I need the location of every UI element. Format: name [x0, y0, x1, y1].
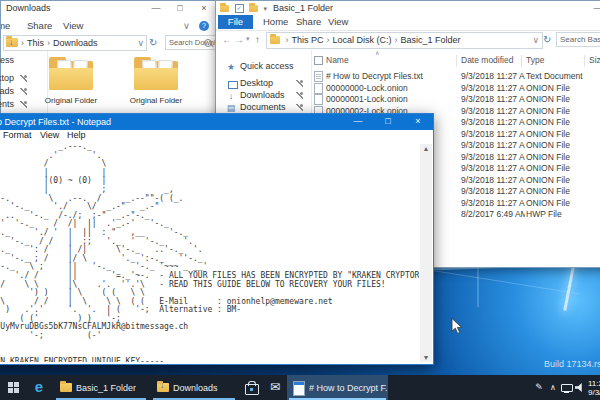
breadcrumb-this[interactable]: This [27, 38, 44, 48]
expand-ribbon-icon[interactable]: ∨ [183, 20, 190, 31]
window-title: Basic_1 Folder [273, 3, 333, 13]
tab-home[interactable]: Home [263, 16, 288, 27]
sidebar-label: Quick access [0, 55, 14, 65]
windows-logo-icon [8, 382, 13, 387]
breadcrumb-downloads[interactable]: Downloads [53, 38, 98, 48]
folder-label[interactable]: Original Folder [41, 96, 101, 105]
sidebar-label: Downloads [0, 86, 14, 96]
refresh-icon[interactable]: ↻ [543, 34, 551, 45]
tab-share[interactable]: Share [27, 20, 52, 31]
start-button[interactable] [0, 375, 24, 400]
title-bar[interactable]: How to Decrypt Files.txt - Notepad — □ × [0, 114, 433, 130]
tab-view[interactable]: View [328, 16, 348, 27]
tab-home[interactable]: Home [1, 20, 10, 31]
select-all-checkbox[interactable] [314, 56, 323, 65]
volume-tray-button[interactable] [575, 375, 587, 400]
folder-icon [270, 36, 280, 44]
downloads-icon: ↓ [226, 91, 236, 101]
column-date-modified[interactable]: Date modified [461, 55, 513, 65]
build-watermark: Build 17134.rs4_re [544, 359, 600, 369]
folder-front [134, 68, 178, 90]
refresh-icon[interactable]: ↻ [149, 37, 157, 48]
sidebar-item-quick-access[interactable]: Quick access [1, 55, 47, 67]
forward-icon[interactable]: → [234, 34, 244, 45]
menu-view[interactable]: View [40, 130, 59, 140]
scroll-down-icon[interactable]: ▼ [420, 354, 432, 361]
breadcrumb-separator: › [18, 38, 27, 48]
file-row[interactable]: 00000000-Lock.onion9/3/2018 11:27 AMONIO… [313, 83, 600, 94]
up-icon[interactable]: ↑ [255, 34, 260, 45]
minimize-button[interactable]: — [343, 114, 373, 130]
ransom-note-text[interactable]: _.---._ .' '. / \ | | |(0) ~ (0) | _ | ;… [0, 143, 419, 362]
tab-view[interactable]: View [63, 20, 83, 31]
back-icon[interactable]: ← [222, 34, 232, 45]
help-icon[interactable]: ? [199, 21, 209, 31]
documents-icon: ▤ [226, 103, 236, 113]
sidebar-item-desktop[interactable]: Desktop [216, 78, 311, 90]
menu-help[interactable]: Help [67, 130, 86, 140]
edge-taskbar-button[interactable]: e [28, 375, 50, 400]
close-button[interactable]: × [193, 1, 215, 15]
tab-share[interactable]: Share [296, 16, 321, 27]
taskbar-button-label: Downloads [173, 383, 218, 393]
taskbar-button-label: Basic_1 Folder [76, 383, 136, 393]
taskbar-button-basic1-folder[interactable]: Basic_1 Folder [54, 375, 148, 400]
mail-taskbar-button[interactable]: ✉ [264, 375, 286, 400]
search-text: Search Basic_1 Folde [560, 35, 600, 44]
file-icon [314, 94, 323, 105]
file-row[interactable]: 00000001-Lock.onion9/3/2018 11:27 AMONIO… [313, 94, 600, 105]
close-button[interactable]: × [403, 114, 433, 130]
store-taskbar-button[interactable] [240, 375, 262, 400]
sidebar-item-downloads[interactable]: ↓ Downloads [216, 90, 311, 102]
window-title: Downloads [6, 3, 51, 13]
address-dropdown-icon[interactable]: ∨ [137, 36, 144, 50]
taskbar-button-notepad[interactable]: # How to Decrypt F... [287, 375, 388, 400]
address-bar[interactable]: ›This›Downloads ∨ [3, 35, 147, 51]
pin-icon [20, 75, 27, 82]
checkbox-icon[interactable]: ✓ [235, 4, 244, 13]
file-row[interactable]: # How to Decrypt Files.txt9/3/2018 11:27… [313, 71, 600, 82]
breadcrumb-basic1[interactable]: Basic_1 Folder [401, 35, 461, 45]
folder-item[interactable] [134, 54, 178, 92]
show-hidden-icons-button[interactable]: ∧ [547, 375, 559, 400]
taskbar-button-label: # How to Decrypt F... [309, 383, 387, 393]
title-bar[interactable]: Downloads — □ × [1, 1, 215, 15]
tab-file[interactable]: File [218, 15, 253, 29]
column-name[interactable]: Name [326, 55, 349, 65]
scroll-up-icon[interactable]: ▲ [420, 145, 432, 152]
quick-access-toolbar: ✓ ▾ [220, 3, 267, 13]
network-tray-button[interactable] [561, 375, 574, 400]
breadcrumb-this-pc[interactable]: This PC [292, 35, 324, 45]
search-input[interactable]: Search Downlo [165, 35, 217, 50]
column-size[interactable]: Size [589, 55, 600, 65]
address-bar[interactable]: ›This PC›Local Disk (C:)›Basic_1 Folder … [266, 32, 543, 49]
qat-dropdown-icon[interactable]: ▾ [264, 5, 268, 12]
sidebar-item-desktop[interactable]: Desktop [1, 73, 47, 85]
column-type[interactable]: Type [526, 55, 544, 65]
vertical-scrollbar[interactable]: ▲ ▼ [420, 144, 432, 362]
menu-format[interactable]: Format [3, 130, 32, 140]
maximize-button[interactable]: □ [169, 1, 191, 15]
folder-icon[interactable] [220, 5, 229, 12]
desktop-icon [228, 81, 238, 89]
minimize-button[interactable]: — [587, 1, 600, 15]
folder-item[interactable] [49, 54, 93, 92]
maximize-button[interactable]: □ [373, 114, 403, 130]
folder-label[interactable]: Original Folder [126, 96, 186, 105]
downloads-folder-icon [157, 383, 169, 392]
recent-locations-icon[interactable]: ▾ [246, 35, 250, 43]
taskbar-clock[interactable]: 11:27 AM 9/3/2018 [588, 379, 600, 397]
minimize-button[interactable]: — [145, 1, 167, 15]
sidebar-item-quick-access[interactable]: ★ Quick access [216, 61, 311, 73]
notepad-icon [293, 381, 305, 396]
folder-icon[interactable] [249, 5, 258, 12]
title-bar[interactable]: ✓ ▾ Basic_1 Folder — [216, 1, 600, 15]
column-headers: Name ∧ Date modified Type Size [313, 53, 600, 67]
search-input[interactable]: Search Basic_1 Folde [556, 32, 600, 47]
breadcrumb-local-disk[interactable]: Local Disk (C:) [333, 35, 392, 45]
notepad-window[interactable]: How to Decrypt Files.txt - Notepad — □ ×… [0, 113, 434, 365]
sidebar-label: Downloads [240, 90, 285, 100]
pen-tray-button[interactable]: ✎ [533, 375, 545, 400]
taskbar-button-downloads[interactable]: Downloads [151, 375, 237, 400]
address-dropdown-icon[interactable]: ∨ [532, 33, 539, 48]
